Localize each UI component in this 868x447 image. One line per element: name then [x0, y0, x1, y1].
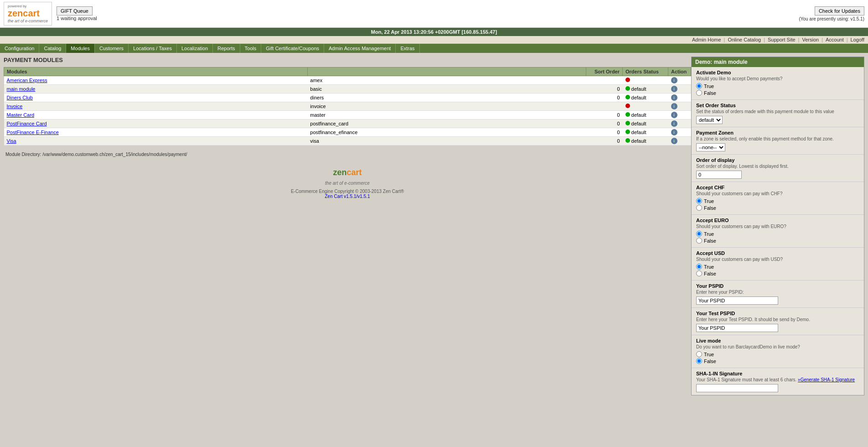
nav-modules[interactable]: Modules [66, 44, 95, 53]
support-site-link[interactable]: Support Site [768, 37, 796, 42]
module-name-cell: PostFinance E-Finance [4, 128, 308, 137]
waiting-approval-text: 1 waiting approval [57, 16, 97, 21]
radio-label: True [704, 352, 714, 357]
info-icon[interactable]: i [671, 86, 677, 92]
logoff-link[interactable]: Logoff [851, 37, 864, 42]
radio-input[interactable] [696, 238, 702, 244]
section-title: Accept CHF [696, 185, 859, 190]
nav-reports[interactable]: Reports [213, 44, 240, 53]
section-title: Order of display [696, 157, 859, 163]
section-input[interactable] [696, 171, 742, 179]
section-select[interactable]: --none-- [696, 143, 725, 151]
nav-tools[interactable]: Tools [240, 44, 262, 53]
section-input-wide[interactable] [696, 384, 778, 392]
module-sort-cell [586, 76, 623, 85]
radio-input[interactable] [696, 351, 702, 357]
col-orders-status: Orders Status [623, 68, 668, 76]
account-link[interactable]: Account [826, 37, 844, 42]
status-dot-icon [625, 121, 630, 125]
module-sort-cell [586, 102, 623, 111]
module-name-cell: PostFinance Card [4, 120, 308, 128]
module-sort-cell: 0 [586, 137, 623, 146]
nav-catalog[interactable]: Catalog [39, 44, 66, 53]
module-name-link[interactable]: main module [7, 86, 36, 92]
radio-input[interactable] [696, 198, 702, 204]
module-status-cell: default [623, 120, 668, 128]
module-status-cell: default [623, 128, 668, 137]
info-icon[interactable]: i [671, 129, 677, 135]
module-action-cell: i [668, 111, 691, 120]
right-section-6: Accept USDShould your customers can pay … [692, 248, 864, 281]
version-link[interactable]: Version [802, 37, 819, 42]
module-status-cell: default [623, 111, 668, 120]
footer-logo: zencart the art of e-commerce [13, 168, 682, 187]
info-icon[interactable]: i [671, 77, 677, 83]
status-dot-icon [625, 95, 630, 99]
info-icon[interactable]: i [671, 120, 677, 127]
footer-zen: zen [333, 168, 346, 177]
right-panel-header: Demo: main module [692, 57, 864, 67]
radio-label: True [704, 83, 714, 89]
info-icon[interactable]: i [671, 138, 677, 144]
nav-localization[interactable]: Localization [177, 44, 213, 53]
section-title: Activate Demo [696, 70, 859, 75]
logo-area: powered by zencart the art of e-commerce… [4, 2, 97, 26]
nav-configuration[interactable]: Configuration [0, 44, 39, 53]
radio-input[interactable] [696, 358, 702, 364]
section-desc: If a zone is selected, only enable this … [696, 136, 859, 141]
radio-row: True [696, 351, 859, 357]
nav-locations-taxes[interactable]: Locations / Taxes [129, 44, 177, 53]
admin-nav: Admin Home | Online Catalog | Support Si… [0, 36, 868, 44]
radio-label: False [704, 90, 716, 96]
radio-input[interactable] [696, 90, 702, 96]
right-section-10: SHA-1-IN SignatureYour SHA-1 Signature m… [692, 368, 864, 395]
module-name-cell: Invoice [4, 102, 308, 111]
status-dot-icon [625, 130, 630, 134]
nav-admin-access[interactable]: Admin Access Management [324, 44, 396, 53]
online-catalog-link[interactable]: Online Catalog [728, 37, 761, 42]
section-input-wide[interactable] [696, 324, 778, 332]
radio-input[interactable] [696, 231, 702, 237]
nav-customers[interactable]: Customers [95, 44, 129, 53]
module-status-cell: default [623, 94, 668, 102]
page-title: PAYMENT MODULES [4, 57, 691, 63]
info-icon[interactable]: i [671, 94, 677, 101]
module-name-link[interactable]: American Express [7, 78, 47, 83]
section-desc-link[interactable]: »Generate SHA-1 Signature [798, 377, 855, 382]
section-desc: Enter here your Test PSPID. It should be… [696, 317, 859, 322]
section-select[interactable]: default [696, 116, 723, 124]
module-name-link[interactable]: Diners Club [7, 95, 33, 100]
radio-input[interactable] [696, 270, 702, 276]
module-name-link[interactable]: Master Card [7, 112, 35, 118]
table-row: American Expressamexi [4, 76, 691, 85]
module-action-cell: i [668, 128, 691, 137]
radio-input[interactable] [696, 264, 702, 270]
module-name-link[interactable]: Visa [7, 138, 16, 144]
right-panel-sections: Activate DemoWould you like to accept De… [692, 67, 864, 395]
module-key-cell: visa [307, 137, 586, 146]
module-name-link[interactable]: Invoice [7, 104, 23, 109]
info-icon[interactable]: i [671, 112, 677, 118]
footer-version-link[interactable]: Zen Cart v1.5.1/v1.5.1 [325, 194, 370, 199]
radio-row: True [696, 198, 859, 204]
admin-home-link[interactable]: Admin Home [692, 37, 721, 42]
main-nav: Configuration Catalog Modules Customers … [0, 44, 868, 53]
radio-input[interactable] [696, 205, 702, 211]
right-section-2: Payment ZonenIf a zone is selected, only… [692, 127, 864, 155]
gift-queue-button[interactable]: GIFT Queue [57, 6, 93, 16]
info-icon[interactable]: i [671, 103, 677, 109]
section-title: Your Test PSPID [696, 311, 859, 316]
module-sort-cell: 0 [586, 94, 623, 102]
module-name-link[interactable]: PostFinance E-Finance [7, 130, 59, 135]
radio-label: True [704, 231, 714, 237]
check-updates-button[interactable]: Check for Updates [815, 6, 864, 16]
module-name-link[interactable]: PostFinance Card [7, 121, 47, 126]
left-panel: PAYMENT MODULES Modules Sort Order Order… [4, 57, 691, 395]
version-info-text: (You are presently using: v1.5.1) [799, 16, 864, 21]
radio-input[interactable] [696, 83, 702, 89]
nav-gift-coupons[interactable]: Gift Certificate/Coupons [261, 44, 324, 53]
section-input-wide[interactable] [696, 296, 778, 305]
nav-extras[interactable]: Extras [396, 44, 419, 53]
modules-table: Modules Sort Order Orders Status Action … [4, 67, 691, 146]
col-modules: Modules [4, 68, 308, 76]
